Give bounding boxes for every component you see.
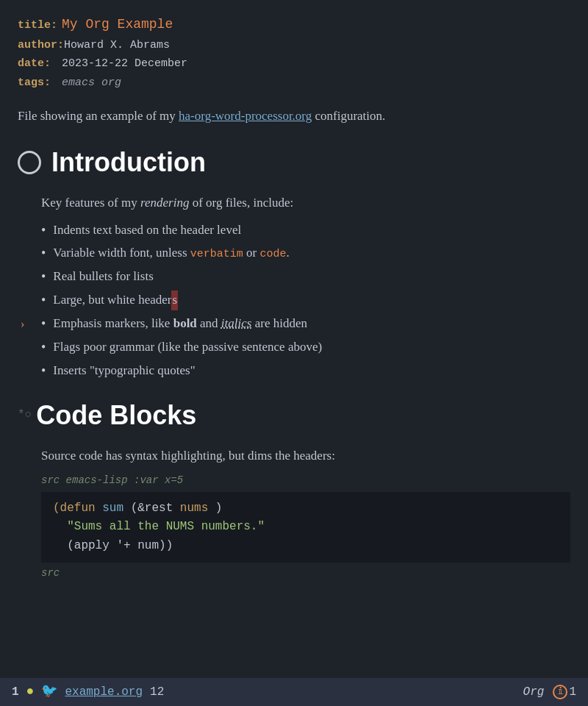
code-line-3: (apply '+ num)): [53, 537, 559, 556]
status-emacs-icon: 🐦: [41, 682, 57, 702]
status-info-icon: 𝕚: [553, 685, 567, 699]
status-info-badge: 𝕚 1: [553, 683, 576, 702]
status-line-number: 1: [12, 683, 19, 702]
code-line-2: "Sums all the NUMS numbers.": [53, 518, 559, 537]
main-content: title: My Org Example author: Howard X. …: [0, 0, 588, 678]
italic-text: italics: [221, 316, 252, 330]
meta-tags-line: tags: emacs org: [18, 74, 570, 93]
meta-author-key: author:: [18, 36, 64, 55]
code-line-1: (defun sum (&rest nums ): [53, 499, 559, 518]
status-right-section: Org 𝕚 1: [523, 683, 576, 702]
meta-author-line: author: Howard X. Abrams: [18, 36, 570, 55]
code-defun-keyword: (defun: [53, 502, 96, 515]
code-blocks-title: Code Blocks: [36, 395, 196, 436]
status-column: 12: [150, 683, 164, 702]
list-item: • Real bullets for lists: [41, 267, 570, 288]
rendering-italic: rendering: [140, 196, 189, 210]
star-prefix: *○: [18, 406, 32, 424]
list-item: • Indents text based on the header level: [41, 221, 570, 241]
list-item: • Large, but white headers: [41, 290, 570, 311]
list-item: • Flags poor grammar (like the passive s…: [41, 338, 570, 358]
status-dot-icon: ●: [26, 682, 35, 702]
code-blocks-section: *○ Code Blocks Source code has syntax hi…: [18, 395, 570, 582]
intro-text-after: configuration.: [312, 109, 385, 123]
bullet-icon: •: [41, 338, 46, 358]
list-item-text: Large, but white headers: [53, 290, 178, 310]
status-bar: 1 ● 🐦 example.org 12 Org 𝕚 1: [0, 678, 588, 706]
bullet-icon: •: [41, 290, 46, 311]
meta-date-value: 2023-12-22 December: [62, 54, 187, 74]
introduction-content: Key features of my rendering of org file…: [18, 193, 570, 382]
meta-author-value: Howard X. Abrams: [64, 36, 170, 55]
code-function-name: sum: [102, 502, 130, 515]
meta-title-key: title:: [18, 16, 62, 35]
heading-circle-icon: [18, 151, 41, 174]
cursor: s: [171, 290, 178, 310]
code-block: (defun sum (&rest nums ) "Sums all the N…: [41, 492, 570, 563]
list-item: • Inserts "typographic quotes": [41, 361, 570, 382]
status-filename[interactable]: example.org: [65, 683, 143, 702]
meta-date-key: date:: [18, 54, 62, 74]
meta-date-line: date: 2023-12-22 December: [18, 54, 570, 74]
intro-paragraph: File showing an example of my ha-org-wor…: [18, 104, 570, 126]
code-inline-text: code: [260, 248, 287, 260]
list-item-active: › • Emphasis markers, like bold and ital…: [41, 314, 570, 335]
verbatim-text: verbatim: [190, 248, 243, 260]
code-src-end-label: src: [41, 566, 570, 582]
code-paren-close: ): [215, 502, 223, 515]
intro-section-paragraph: Key features of my rendering of org file…: [41, 193, 570, 213]
bullet-icon: •: [41, 361, 46, 382]
meta-tags-value: emacs org: [62, 74, 121, 93]
line-indicator-icon: ›: [21, 315, 24, 334]
feature-list: • Indents text based on the header level…: [41, 221, 570, 382]
status-info-count: 1: [569, 683, 576, 702]
code-blocks-heading: *○ Code Blocks: [18, 395, 570, 436]
bullet-icon: •: [41, 221, 46, 241]
status-mode: Org: [523, 683, 545, 702]
list-item-text: Flags poor grammar (like the passive sen…: [53, 338, 322, 357]
metadata-block: title: My Org Example author: Howard X. …: [18, 13, 570, 92]
list-item-text: Emphasis markers, like bold and italics …: [53, 314, 307, 333]
code-string-value: "Sums all the NUMS numbers.": [53, 520, 265, 533]
list-item-text: Real bullets for lists: [53, 267, 153, 286]
code-block-container: Source code has syntax highlighting, but…: [18, 446, 570, 582]
meta-title-line: title: My Org Example: [18, 13, 570, 36]
bullet-icon: •: [41, 314, 46, 335]
intro-link[interactable]: ha-org-word-processor.org: [179, 109, 312, 123]
introduction-title: Introduction: [51, 142, 206, 183]
code-plus: + num)): [123, 539, 173, 552]
code-apply-call: (apply ': [53, 539, 123, 552]
bullet-icon: •: [41, 243, 46, 264]
code-src-start-label: src emacs-lisp :var x=5: [41, 473, 570, 489]
bullet-icon: •: [41, 267, 46, 288]
list-item-text: Variable width font, unless verbatim or …: [53, 243, 289, 263]
code-rest-keyword: nums: [180, 502, 208, 515]
code-section-paragraph: Source code has syntax highlighting, but…: [41, 446, 570, 466]
list-item-text: Indents text based on the header level: [53, 221, 241, 240]
bold-text: bold: [173, 316, 197, 330]
code-params: (&rest: [131, 502, 180, 515]
introduction-heading: Introduction: [18, 142, 570, 183]
meta-tags-key: tags:: [18, 74, 62, 93]
list-item: • Variable width font, unless verbatim o…: [41, 243, 570, 264]
meta-title-value: My Org Example: [62, 13, 173, 36]
intro-text-before: File showing an example of my: [18, 109, 179, 123]
list-item-text: Inserts "typographic quotes": [53, 361, 195, 380]
